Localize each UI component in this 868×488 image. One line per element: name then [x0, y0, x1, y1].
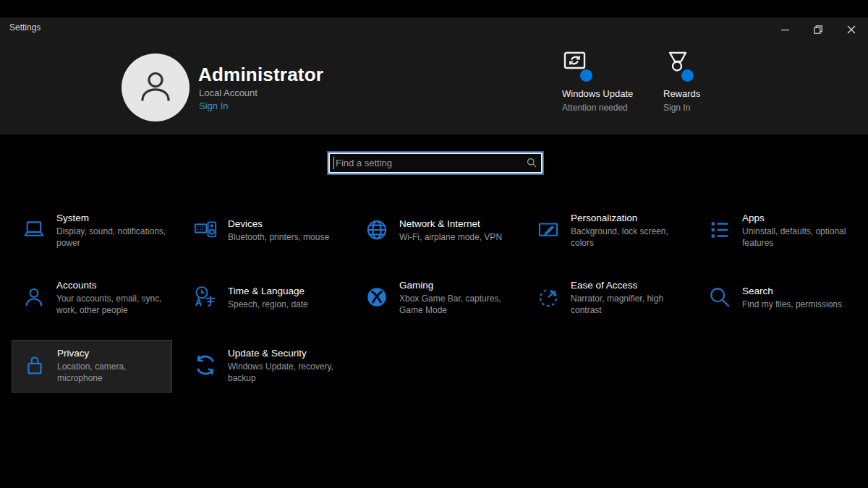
windows-update-status[interactable]: Windows UpdateAttention needed	[562, 49, 633, 113]
category-title: Apps	[742, 213, 858, 223]
search-box	[328, 153, 542, 174]
rewards-status[interactable]: RewardsSign In	[663, 49, 700, 113]
quick-status-label: Rewards	[663, 88, 700, 99]
category-tile-ease-of-access[interactable]: Ease of AccessNarrator, magnifier, high …	[526, 272, 686, 325]
close-icon	[847, 25, 856, 34]
minimize-button[interactable]	[768, 17, 801, 42]
category-subtitle: Windows Update, recovery, backup	[228, 361, 344, 384]
system-icon	[22, 218, 46, 245]
quick-status-text: Sign In	[663, 103, 700, 113]
category-title: Devices	[228, 218, 344, 229]
category-tile-gaming[interactable]: GamingXbox Game Bar, captures, Game Mode	[354, 272, 515, 325]
category-tile-time-language[interactable]: Time & LanguageSpeech, region, date	[183, 272, 344, 325]
time-language-icon	[193, 285, 218, 312]
ease-of-access-icon	[536, 285, 561, 312]
category-tile-devices[interactable]: DevicesBluetooth, printers, mouse	[183, 205, 344, 257]
category-title: Update & Security	[228, 348, 344, 359]
devices-icon	[193, 218, 218, 245]
quick-status-label: Windows Update	[562, 88, 633, 99]
category-subtitle: Background, lock screen, colors	[571, 226, 686, 249]
network-icon	[365, 218, 389, 245]
window-title: Settings	[9, 22, 41, 33]
minimize-icon	[781, 26, 789, 34]
category-tile-search[interactable]: SearchFind my files, permissions	[697, 272, 858, 325]
status-badge	[580, 69, 592, 82]
person-icon	[135, 65, 176, 110]
sign-in-link[interactable]: Sign In	[199, 100, 228, 111]
category-title: Privacy	[57, 348, 171, 359]
category-title: Time & Language	[228, 286, 344, 296]
settings-window: Settings Administrator	[0, 0, 868, 488]
category-title: Personalization	[571, 213, 686, 223]
category-tile-update-security[interactable]: Update & SecurityWindows Update, recover…	[183, 340, 344, 393]
category-title: System	[56, 213, 172, 223]
category-tile-apps[interactable]: AppsUninstall, defaults, optional featur…	[697, 205, 858, 257]
category-title: Network & Internet	[399, 218, 515, 229]
gaming-icon	[365, 285, 389, 312]
category-title: Ease of Access	[571, 280, 686, 291]
accounts-icon	[22, 285, 46, 312]
text-caret	[333, 157, 334, 169]
account-type-label: Local Account	[199, 87, 258, 98]
category-tile-system[interactable]: SystemDisplay, sound, notifications, pow…	[12, 205, 172, 257]
quick-status-text: Attention needed	[562, 103, 633, 113]
category-tile-network-internet[interactable]: Network & InternetWi-Fi, airplane mode, …	[354, 205, 515, 257]
category-subtitle: Bluetooth, printers, mouse	[228, 232, 344, 244]
category-subtitle: Xbox Game Bar, captures, Game Mode	[399, 294, 515, 316]
avatar[interactable]	[122, 53, 190, 121]
status-badge	[681, 69, 694, 82]
search-category-icon	[707, 285, 732, 312]
personalization-icon	[536, 218, 561, 245]
search-input[interactable]	[328, 153, 542, 174]
category-subtitle: Display, sound, notifications, power	[56, 226, 172, 249]
update-security-icon	[193, 353, 218, 380]
apps-icon	[707, 218, 732, 245]
category-subtitle: Location, camera, microphone	[57, 361, 171, 384]
category-subtitle: Wi-Fi, airplane mode, VPN	[399, 232, 515, 244]
category-tile-accounts[interactable]: AccountsYour accounts, email, sync, work…	[12, 272, 172, 325]
privacy-icon	[22, 353, 47, 380]
close-button[interactable]	[835, 17, 868, 42]
category-subtitle: Uninstall, defaults, optional features	[742, 226, 858, 249]
category-subtitle: Your accounts, email, sync, work, other …	[56, 294, 172, 316]
window-controls	[768, 17, 868, 42]
category-subtitle: Narrator, magnifier, high contrast	[571, 294, 686, 316]
restore-icon	[814, 25, 822, 34]
category-subtitle: Find my files, permissions	[742, 299, 858, 311]
user-name: Administrator	[198, 64, 323, 86]
category-tile-personalization[interactable]: PersonalizationBackground, lock screen, …	[526, 205, 686, 257]
category-title: Accounts	[56, 280, 172, 291]
restore-button[interactable]	[801, 17, 835, 42]
category-tile-privacy[interactable]: PrivacyLocation, camera, microphone	[12, 340, 172, 393]
category-subtitle: Speech, region, date	[228, 299, 344, 311]
category-title: Gaming	[399, 280, 515, 291]
category-title: Search	[742, 286, 858, 296]
